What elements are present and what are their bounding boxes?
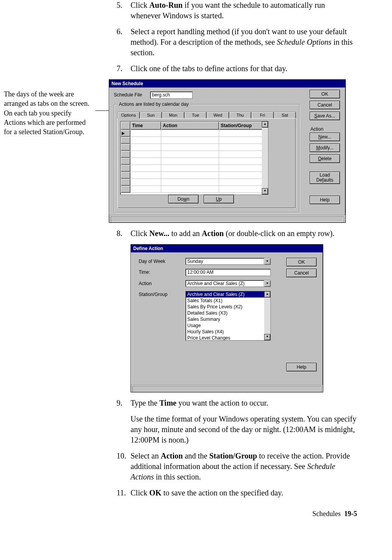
tab-mon[interactable]: Mon xyxy=(162,112,185,118)
chevron-down-icon[interactable]: ▼ xyxy=(264,258,270,264)
list-item[interactable]: Usage xyxy=(186,322,264,329)
new-button[interactable]: New... xyxy=(310,133,340,141)
leader-line xyxy=(95,110,109,111)
new-schedule-dialog: New Schedule Schedule File berg.sch Acti… xyxy=(109,79,346,223)
modify-button[interactable]: Modify... xyxy=(310,144,340,152)
page-footer: Schedules 19-5 xyxy=(0,510,357,518)
step-5-text: Click Auto-Run if you want the schedule … xyxy=(131,0,357,21)
cancel-button[interactable]: Cancel xyxy=(286,269,317,277)
scroll-down-icon[interactable]: ▼ xyxy=(262,188,268,194)
schedule-file-field[interactable]: berg.sch xyxy=(150,91,193,99)
help-button[interactable]: Help xyxy=(286,363,317,371)
tab-panel: Time Action Station/Group xyxy=(117,118,296,208)
define-action-dialog: Define Action Day of Week Sunday ▼ Time:… xyxy=(131,244,323,392)
day-tabs: Options Sun Mon Tue Wed Thu Fri Sat xyxy=(117,112,296,118)
day-combo[interactable]: Sunday ▼ xyxy=(185,258,271,265)
step-5-number: 5. xyxy=(117,0,131,21)
dialog-title: Define Action xyxy=(131,245,323,252)
list-item[interactable]: Sales By Price Levels (X2) xyxy=(186,304,264,310)
help-button[interactable]: Help xyxy=(310,196,340,204)
actions-grid[interactable]: Time Action Station/Group xyxy=(120,121,268,195)
list-item[interactable]: Archive and Clear Sales (Z) xyxy=(186,291,264,298)
ok-button[interactable]: OK xyxy=(310,90,340,98)
scroll-down-icon[interactable]: ▼ xyxy=(264,334,270,340)
time-field[interactable]: 12:00:00 AM xyxy=(185,269,271,276)
step-10-number: 10. xyxy=(117,451,131,482)
step-7-text: Click one of the tabs to define actions … xyxy=(131,63,357,74)
step-9-number: 9. xyxy=(117,398,131,408)
step-6-text: Select a report handling method (if you … xyxy=(131,26,357,58)
station-listbox[interactable]: Archive and Clear Sales (Z) Sales Totals… xyxy=(185,291,271,341)
step-9-text: Type the Time you want the action to occ… xyxy=(131,398,357,408)
step-8-text: Click New... to add an Action (or double… xyxy=(131,228,357,239)
day-label: Day of Week xyxy=(139,258,185,264)
down-button[interactable]: Down xyxy=(168,195,199,203)
row-pointer-icon: ▶ xyxy=(122,131,125,136)
col-time[interactable]: Time xyxy=(131,122,161,130)
step-6-number: 6. xyxy=(117,26,131,58)
status-bar xyxy=(131,385,323,392)
list-item[interactable]: Sales Totals (X1) xyxy=(186,298,264,304)
tab-thu[interactable]: Thu xyxy=(229,112,252,118)
up-button[interactable]: Up xyxy=(204,195,234,203)
step-8-number: 8. xyxy=(117,228,131,239)
step-11-number: 11. xyxy=(117,488,131,498)
tab-tue[interactable]: Tue xyxy=(185,112,207,118)
load-defaults-button[interactable]: LoadDefaults xyxy=(310,172,340,184)
list-item[interactable]: Price Level Changes xyxy=(186,335,264,341)
step-7-number: 7. xyxy=(117,63,131,74)
delete-button[interactable]: Delete xyxy=(310,154,340,163)
save-as-button[interactable]: Save As... xyxy=(310,112,340,120)
tab-wed[interactable]: Wed xyxy=(207,112,229,118)
step-9-para: Use the time format of your Windows oper… xyxy=(131,414,357,445)
cancel-button[interactable]: Cancel xyxy=(310,101,340,109)
schedule-file-label: Schedule File xyxy=(114,92,149,98)
step-10-text: Select an Action and the Station/Group t… xyxy=(131,451,357,482)
time-label: Time: xyxy=(139,269,185,275)
tab-sat[interactable]: Sat xyxy=(274,112,296,118)
action-section-label: Action xyxy=(310,126,341,132)
action-combo[interactable]: Archive and Clear Sales (Z) ▼ xyxy=(185,280,271,287)
schedule-file-row: Schedule File berg.sch xyxy=(114,91,341,99)
col-action[interactable]: Action xyxy=(161,122,219,130)
station-label: Station/Group xyxy=(139,291,185,297)
col-station[interactable]: Station/Group xyxy=(219,122,268,130)
tab-options[interactable]: Options xyxy=(117,112,140,119)
ok-button[interactable]: OK xyxy=(286,258,317,266)
step-11-text: Click OK to save the action on the speci… xyxy=(131,488,357,498)
tab-sun[interactable]: Sun xyxy=(140,112,162,118)
list-item[interactable]: Hourly Sales (X4) xyxy=(186,329,264,335)
scroll-up-icon[interactable]: ▲ xyxy=(262,121,268,128)
tab-fri[interactable]: Fri xyxy=(251,112,274,118)
dialog-title: New Schedule xyxy=(109,80,345,88)
listbox-scrollbar[interactable]: ▲ ▼ xyxy=(264,291,270,340)
list-item[interactable]: Detailed Sales (X3) xyxy=(186,310,264,316)
grid-scrollbar[interactable]: ▲ ▼ xyxy=(262,121,268,194)
grid-corner xyxy=(121,122,131,130)
list-item[interactable]: Sales Summary xyxy=(186,316,264,322)
groupbox-legend: Actions are listed by calendar day xyxy=(117,102,190,107)
chevron-down-icon[interactable]: ▼ xyxy=(264,280,270,287)
action-label: Action xyxy=(139,280,185,286)
status-bar xyxy=(109,215,345,222)
calendar-groupbox: Actions are listed by calendar day Optio… xyxy=(114,104,300,213)
scroll-up-icon[interactable]: ▲ xyxy=(264,291,270,298)
margin-annotation: The days of the week are arranged as tab… xyxy=(4,89,93,136)
